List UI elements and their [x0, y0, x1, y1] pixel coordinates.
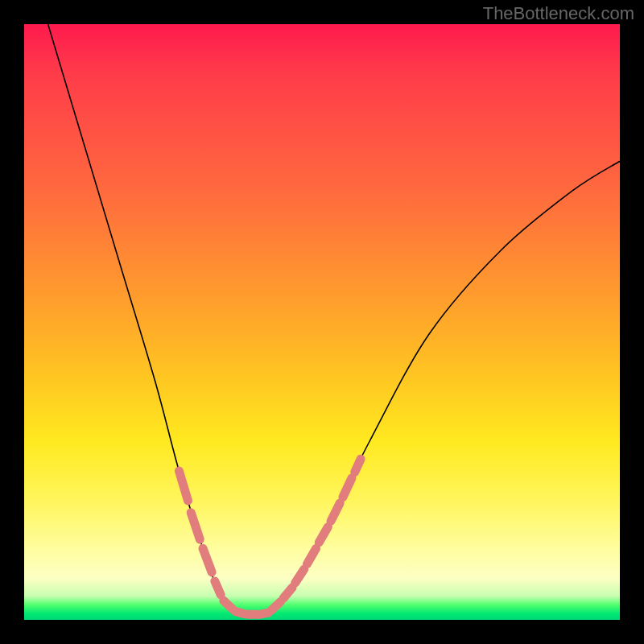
highlight-dashes: [179, 459, 361, 614]
highlight-dash: [203, 548, 212, 572]
highlight-dash: [283, 588, 292, 598]
highlight-dash: [179, 471, 188, 501]
highlight-dash: [331, 503, 340, 521]
highlight-dash: [271, 602, 280, 610]
highlight-dash: [343, 478, 352, 497]
highlight-dash: [191, 513, 200, 539]
plot-area: [24, 24, 620, 620]
highlight-dash: [224, 601, 233, 609]
chart-container: TheBottleneck.com: [0, 0, 644, 644]
curve-svg: [24, 24, 620, 620]
bottleneck-curve: [48, 24, 620, 616]
highlight-dash: [308, 548, 316, 564]
highlight-dash: [295, 569, 304, 583]
highlight-dash: [355, 459, 361, 472]
highlight-dash: [319, 527, 328, 543]
highlight-dash: [259, 613, 268, 614]
highlight-dash: [215, 581, 221, 595]
watermark-text: TheBottleneck.com: [483, 3, 634, 24]
